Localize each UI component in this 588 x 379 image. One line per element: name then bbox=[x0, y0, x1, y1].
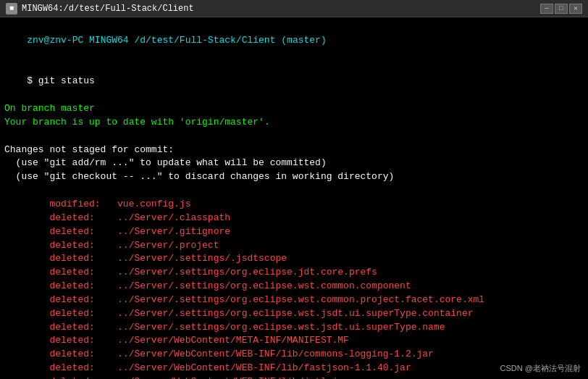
terminal-line: Your branch is up to date with 'origin/m… bbox=[4, 116, 584, 130]
command-text: $ git status bbox=[27, 75, 95, 86]
terminal-line: (use "git add/rm ..." to update what wil… bbox=[4, 157, 584, 170]
minimize-button[interactable]: — bbox=[540, 4, 553, 14]
output-area: On branch masterYour branch is up to dat… bbox=[4, 102, 584, 379]
maximize-button[interactable]: □ bbox=[555, 4, 568, 14]
terminal-line: deleted: ../Server/WebContent/META-INF/M… bbox=[4, 334, 584, 348]
terminal-line: deleted: ../Server/WebContent/WEB-INF/li… bbox=[4, 375, 584, 379]
terminal-body: znv@znv-PC MINGW64 /d/test/Full-Stack/Cl… bbox=[0, 17, 588, 379]
terminal-line bbox=[4, 130, 584, 143]
terminal-line: deleted: ../Server/.settings/org.eclipse… bbox=[4, 307, 584, 321]
terminal-line bbox=[4, 184, 584, 198]
terminal-line: (use "git checkout -- ..." to discard ch… bbox=[4, 170, 584, 184]
terminal-line: deleted: ../Server/.settings/org.eclipse… bbox=[4, 321, 584, 335]
terminal-line: deleted: ../Server/.settings/org.eclipse… bbox=[4, 280, 584, 293]
prompt-text: znv@znv-PC MINGW64 /d/test/Full-Stack/Cl… bbox=[27, 35, 326, 46]
command-line: $ git status bbox=[4, 62, 584, 103]
close-button[interactable]: ✕ bbox=[569, 4, 582, 14]
icon-symbol: ■ bbox=[9, 4, 14, 12]
terminal-line: deleted: ../Server/.settings/.jsdtscope bbox=[4, 252, 584, 266]
app-icon: ■ bbox=[6, 3, 17, 14]
prompt-line: znv@znv-PC MINGW64 /d/test/Full-Stack/Cl… bbox=[4, 20, 584, 62]
terminal-line: deleted: ../Server/.settings/org.eclipse… bbox=[4, 266, 584, 280]
terminal-line: deleted: ../Server/WebContent/WEB-INF/li… bbox=[4, 348, 584, 362]
terminal-line: deleted: ../Server/.classpath bbox=[4, 212, 584, 225]
terminal-line: Changes not staged for commit: bbox=[4, 143, 584, 157]
title-text: MINGW64:/d/test/Full-Stack/Client bbox=[22, 4, 194, 14]
terminal-line: deleted: ../Server/.gitignore bbox=[4, 225, 584, 239]
title-bar: ■ MINGW64:/d/test/Full-Stack/Client — □ … bbox=[0, 0, 588, 17]
window-controls: — □ ✕ bbox=[540, 4, 582, 14]
terminal-line: On branch master bbox=[4, 102, 584, 116]
terminal-line: deleted: ../Server/.project bbox=[4, 239, 584, 253]
title-bar-left: ■ MINGW64:/d/test/Full-Stack/Client bbox=[6, 3, 194, 14]
watermark: CSDN @老衲法号混射 bbox=[497, 362, 584, 375]
terminal-line: deleted: ../Server/.settings/org.eclipse… bbox=[4, 293, 584, 307]
terminal-line: modified: vue.config.js bbox=[4, 198, 584, 212]
